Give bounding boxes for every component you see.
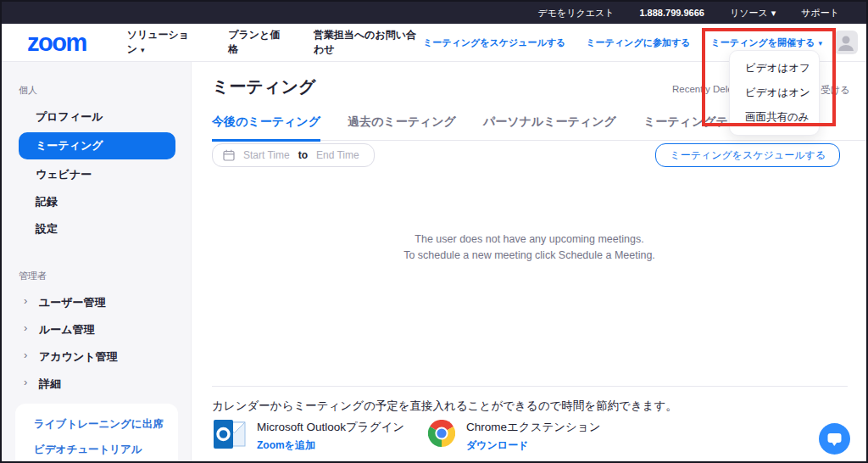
empty-state: The user does not have any upcoming meet… xyxy=(192,232,866,264)
sidebar-item-label: ユーザー管理 xyxy=(39,296,106,309)
sidebar-item-webinars[interactable]: ウェビナー xyxy=(2,161,191,188)
chevron-right-icon: › xyxy=(24,294,27,307)
utility-topbar: デモをリクエスト 1.888.799.9666 リソース▾ サポート xyxy=(2,2,866,24)
calendar-promo-text: カレンダーからミーティングの予定を直接入れることができるので時間を節約できます。 xyxy=(212,399,677,414)
chevron-right-icon: › xyxy=(24,349,27,361)
profile-avatar[interactable] xyxy=(834,31,858,54)
host-meeting-menu[interactable]: ミーティングを開催する▾ xyxy=(710,36,822,49)
zoom-logo[interactable]: zoom xyxy=(27,29,86,57)
nav-left-links: ソリューション▾ プランと価格 営業担当へのお問い合わせ xyxy=(127,28,423,57)
sidebar-footer-card: ライブトレーニングに出席 ビデオチュートリアル xyxy=(15,404,178,461)
tab-previous-meetings[interactable]: 過去のミーティング xyxy=(348,111,456,142)
join-meeting-link[interactable]: ミーティングに参加する xyxy=(586,36,690,49)
solutions-label: ソリューション xyxy=(127,29,189,55)
host-meeting-dropdown: ビデオはオフ ビデオはオン 画面共有のみ xyxy=(729,50,820,136)
chevron-right-icon: › xyxy=(24,321,27,334)
end-time-placeholder[interactable]: End Time xyxy=(316,149,359,161)
outlook-plugin-title: Microsoft Outlookプラグイン xyxy=(257,420,404,435)
sidebar-item-room-management[interactable]: ›ルーム管理 xyxy=(2,316,191,343)
nav-right-links: ミーティングをスケジュールする ミーティングに参加する ミーティングを開催する▾ xyxy=(423,36,822,49)
attend-live-training-link[interactable]: ライブトレーニングに出席 xyxy=(34,417,178,432)
video-tutorials-link[interactable]: ビデオチュートリアル xyxy=(34,443,178,457)
empty-state-line1: The user does not have any upcoming meet… xyxy=(192,232,866,248)
tab-upcoming-meetings[interactable]: 今後のミーティング xyxy=(212,111,320,142)
sidebar-item-meetings[interactable]: ミーティング xyxy=(19,132,175,159)
chrome-extension-text: Chromeエクステンション ダウンロード xyxy=(466,420,601,453)
sidebar-item-settings[interactable]: 設定 xyxy=(2,215,191,243)
download-link[interactable]: ダウンロード xyxy=(466,438,528,453)
filter-row: Start Time to End Time ミーティングをスケジュールする xyxy=(212,143,840,167)
support-link[interactable]: サポート xyxy=(801,7,839,20)
sidebar-item-label: ルーム管理 xyxy=(39,323,95,336)
calendar-icon xyxy=(223,149,235,161)
chevron-right-icon: › xyxy=(24,376,27,388)
sidebar-item-label: アカウント管理 xyxy=(39,350,118,363)
request-demo-link[interactable]: デモをリクエスト xyxy=(537,7,614,20)
resources-label: リソース xyxy=(730,8,768,18)
sidebar-item-user-management[interactable]: ›ユーザー管理 xyxy=(2,289,191,316)
empty-state-line2: To schedule a new meeting click Schedule… xyxy=(192,248,866,264)
date-range-picker[interactable]: Start Time to End Time xyxy=(212,143,375,167)
tab-personal-meetings[interactable]: パーソナルミーティング xyxy=(483,111,616,142)
sidebar-item-advanced[interactable]: ›詳細 xyxy=(2,371,191,398)
sidebar-item-account-management[interactable]: ›アカウント管理 xyxy=(2,343,191,371)
outlook-plugin-block: Microsoft Outlookプラグイン Zoomを追加 xyxy=(214,420,404,453)
add-zoom-link[interactable]: Zoomを追加 xyxy=(257,438,315,453)
section-divider xyxy=(212,386,848,387)
zoom-web-portal: デモをリクエスト 1.888.799.9666 リソース▾ サポート zoom … xyxy=(0,0,868,463)
chevron-down-icon: ▾ xyxy=(818,39,822,47)
sidebar: 個人 プロフィール ミーティング ウェビナー 記録 設定 管理者 ›ユーザー管理… xyxy=(2,62,192,461)
menu-item-video-off[interactable]: ビデオはオフ xyxy=(730,56,819,81)
page-title: ミーティング xyxy=(212,75,315,98)
chrome-icon xyxy=(428,420,455,447)
phone-number: 1.888.799.9666 xyxy=(639,8,704,18)
host-meeting-label: ミーティングを開催する xyxy=(710,37,815,47)
chevron-down-icon: ▾ xyxy=(771,8,776,18)
chevron-down-icon: ▾ xyxy=(141,46,145,54)
chrome-extension-title: Chromeエクステンション xyxy=(466,420,601,435)
schedule-meeting-link[interactable]: ミーティングをスケジュールする xyxy=(423,36,565,49)
solutions-menu[interactable]: ソリューション▾ xyxy=(127,28,198,57)
sidebar-item-label: 詳細 xyxy=(39,377,61,390)
outlook-icon xyxy=(214,420,246,449)
chrome-extension-block: Chromeエクステンション ダウンロード xyxy=(428,420,601,453)
resources-menu[interactable]: リソース▾ xyxy=(730,7,776,20)
sidebar-section-personal: 個人 xyxy=(19,84,191,97)
menu-item-video-on[interactable]: ビデオはオン xyxy=(730,81,819,105)
contact-sales-link[interactable]: 営業担当へのお問い合わせ xyxy=(314,28,423,57)
chat-support-button[interactable] xyxy=(819,423,850,455)
outlook-plugin-text: Microsoft Outlookプラグイン Zoomを追加 xyxy=(257,420,404,453)
start-time-placeholder[interactable]: Start Time xyxy=(243,149,290,161)
schedule-meeting-button[interactable]: ミーティングをスケジュールする xyxy=(655,143,840,167)
plans-pricing-link[interactable]: プランと価格 xyxy=(228,28,283,57)
to-label: to xyxy=(298,149,308,161)
sidebar-item-profile[interactable]: プロフィール xyxy=(2,103,191,131)
sidebar-section-admin: 管理者 xyxy=(19,270,191,282)
sidebar-item-recordings[interactable]: 記録 xyxy=(2,188,191,215)
menu-item-screen-share-only[interactable]: 画面共有のみ xyxy=(730,105,819,130)
